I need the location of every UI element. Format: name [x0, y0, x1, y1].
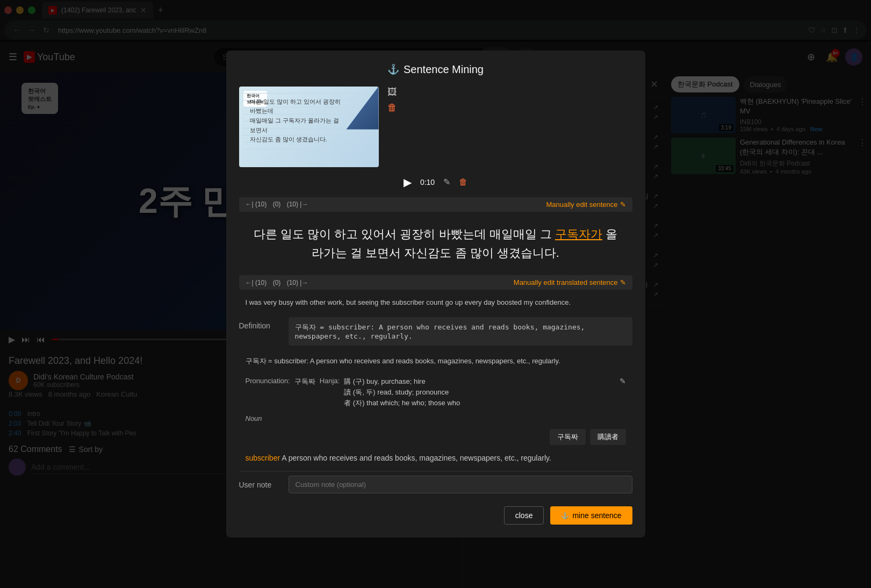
modal-header: ⚓ Sentence Mining [239, 63, 632, 76]
definition-box: 구독자 = subscriber: A person who receives … [289, 317, 632, 346]
hanja-chars: 購 (구) buy, purchase; hire 讀 (독, 두) read,… [344, 377, 460, 408]
modal-overlay: ⚓ Sentence Mining 한국어팟캐스트 [0, 0, 871, 588]
card-delete-btn[interactable]: 🗑 [387, 102, 397, 113]
edit-translation-label: Manually edit translated sentence [514, 278, 618, 286]
noun-label: Noun [239, 412, 632, 425]
card-text-line-2: 매일매일 그 구독자가 올라가는 걸 보면서 [250, 116, 347, 135]
trans-nav-forward-arrow[interactable]: (10) |→ [287, 279, 308, 286]
modal-play-button[interactable]: ▶ [404, 176, 412, 189]
trans-nav-back-count: ←| (10) (0) (10) |→ [246, 279, 308, 286]
edit-sentence-label: Manually edit sentence [546, 200, 618, 209]
nav-back-count: ←| (10) (0) (10) |→ [246, 200, 308, 208]
mine-anchor-icon: ⚓ [561, 512, 569, 519]
edit-sentence-icon: ✎ [620, 200, 626, 209]
nav-forward-arrow[interactable]: (10) |→ [287, 200, 308, 208]
modal-edit-btn[interactable]: ✎ [443, 177, 450, 187]
anchor-icon: ⚓ [387, 63, 399, 75]
translation-text: I was very busy with other work, but see… [239, 294, 632, 311]
hanja-btn-korean[interactable]: 구독짜 [550, 429, 586, 445]
subscriber-def-text: A person who receives and reads books, m… [280, 454, 551, 462]
edit-translation-btn[interactable]: Manually edit translated sentence ✎ [514, 278, 626, 286]
user-note-row: User note [239, 476, 632, 493]
mine-sentence-button[interactable]: ⚓ mine sentence [550, 506, 632, 525]
nav-back-arrow[interactable]: ←| (10) [246, 200, 267, 208]
card-text-line-1: 다른 일도 많이 하고 있어서 굉장히 바빴는데 [250, 97, 347, 116]
card-actions: 🖼 🗑 [387, 87, 397, 113]
card-area: 한국어팟캐스트 다른 일도 많이 하고 있어서 굉장히 바빴는데 매일매일 그 … [239, 87, 632, 167]
hanja-char-1: 購 (구) buy, purchase; hire [344, 377, 460, 386]
user-note-input[interactable] [289, 476, 632, 493]
pronunciation-label: Pronunciation: [246, 377, 290, 385]
mine-btn-label: mine sentence [572, 511, 621, 520]
definition-label: Definition [239, 317, 282, 330]
pronunciation-edit-btn[interactable]: ✎ [620, 377, 626, 385]
trans-nav-zero-count: (0) [273, 279, 281, 286]
hanja-char-3: 者 (자) that which; he who; those who [344, 398, 460, 408]
hanja-char-2: 讀 (독, 두) read, study; pronounce [344, 388, 460, 397]
sentence-display: 다른 일도 많이 하고 있어서 굉장히 바빴는데 매일매일 그 구독자가 올라가… [239, 216, 632, 271]
card-image-btn[interactable]: 🖼 [387, 87, 397, 98]
modal-close-button[interactable]: close [504, 506, 544, 525]
subscriber-line: subscriber A person who receives and rea… [239, 449, 632, 467]
hanja-buttons: 구독짜 購讀者 [239, 429, 632, 445]
card-line-1 [243, 93, 375, 94]
sentence-mining-modal: ⚓ Sentence Mining 한국어팟캐스트 [226, 51, 645, 537]
edit-sentence-btn[interactable]: Manually edit sentence ✎ [546, 200, 626, 209]
pronunciation-row: Pronunciation: 구독짜 Hanja: 購 (구) buy, pur… [239, 375, 632, 410]
playback-controls: ▶ 0:10 ✎ 🗑 [239, 176, 632, 189]
card-text-overlay: 다른 일도 많이 하고 있어서 굉장히 바빴는데 매일매일 그 구독자가 올라가… [250, 97, 347, 145]
modal-time-display: 0:10 [420, 178, 435, 187]
hanja-btn-kanji[interactable]: 購讀者 [590, 429, 626, 445]
modal-footer: close ⚓ mine sentence [239, 502, 632, 525]
card-image: 한국어팟캐스트 다른 일도 많이 하고 있어서 굉장히 바빴는데 매일매일 그 … [239, 87, 379, 167]
translation-nav: ←| (10) (0) (10) |→ Manually edit transl… [239, 275, 632, 290]
card-text-line-3: 자신감도 좀 많이 생겼습니다. [250, 135, 347, 145]
user-note-label: User note [239, 481, 282, 489]
definition-expanded: 구독자 = subscriber: A person who receives … [239, 352, 632, 370]
hanja-label: Hanja: [320, 377, 340, 385]
modal-title: Sentence Mining [404, 63, 484, 76]
sentence-highlighted-word[interactable]: 구독자가 [555, 227, 602, 241]
modal-delete-btn[interactable]: 🗑 [459, 177, 467, 187]
sentence-nav-top: ←| (10) (0) (10) |→ Manually edit senten… [239, 197, 632, 212]
edit-translation-icon: ✎ [620, 278, 626, 286]
pronunciation-korean: 구독짜 [294, 377, 315, 386]
trans-nav-back-arrow[interactable]: ←| (10) [246, 279, 267, 286]
nav-zero-count: (0) [273, 200, 281, 208]
modal-divider [239, 471, 632, 471]
definition-row: Definition 구독자 = subscriber: A person wh… [239, 317, 632, 346]
card-line-9 [243, 149, 375, 149]
subscriber-link[interactable]: subscriber [246, 454, 280, 462]
sentence-text-before: 다른 일도 많이 하고 있어서 굉장히 바빴는데 매일매일 그 [254, 227, 555, 241]
